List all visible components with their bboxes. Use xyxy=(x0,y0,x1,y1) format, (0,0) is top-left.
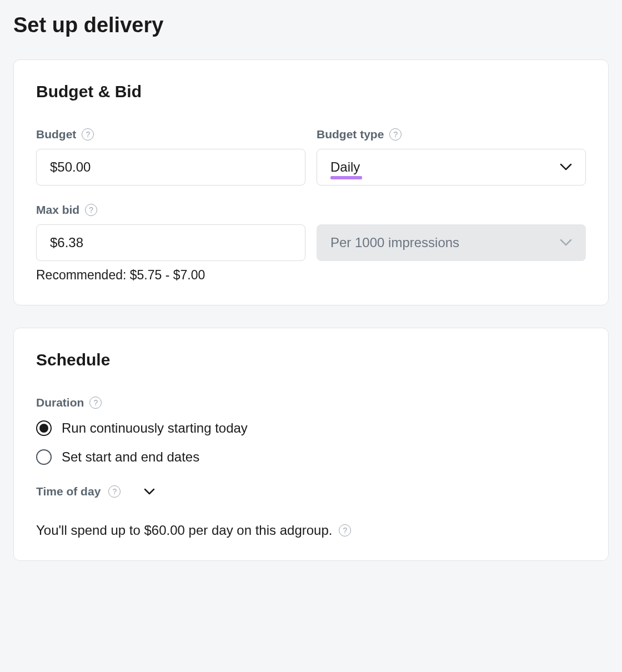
help-icon[interactable]: ? xyxy=(389,128,402,141)
max-bid-label-row: Max bid ? xyxy=(36,203,305,217)
radio-selected-icon xyxy=(36,420,52,436)
budget-type-selected: Daily xyxy=(330,159,360,175)
spend-summary-row: You'll spend up to $60.00 per day on thi… xyxy=(36,523,586,538)
budget-label: Budget xyxy=(36,128,76,141)
max-bid-label: Max bid xyxy=(36,203,79,217)
max-bid-row: Max bid ? Recommended: $5.75 - $7.00 Per… xyxy=(36,203,586,283)
time-of-day-label: Time of day xyxy=(36,485,101,498)
budget-input[interactable] xyxy=(36,149,305,185)
help-icon[interactable]: ? xyxy=(89,397,102,409)
budget-type-label-row: Budget type ? xyxy=(317,128,586,141)
budget-label-row: Budget ? xyxy=(36,128,305,141)
duration-option-continuous-label: Run continuously starting today xyxy=(62,420,248,436)
max-bid-recommended: Recommended: $5.75 - $7.00 xyxy=(36,268,305,283)
help-icon[interactable]: ? xyxy=(85,204,97,216)
bid-unit-field: Per 1000 impressions xyxy=(317,203,586,283)
chevron-down-icon xyxy=(144,488,155,495)
bid-unit-selected: Per 1000 impressions xyxy=(330,235,459,250)
spend-summary: You'll spend up to $60.00 per day on thi… xyxy=(36,523,332,538)
duration-option-set-dates[interactable]: Set start and end dates xyxy=(36,449,586,465)
budget-type-field: Budget type ? Daily xyxy=(317,128,586,185)
page-title: Set up delivery xyxy=(13,13,609,37)
budget-bid-card: Budget & Bid Budget ? Budget type ? Dail… xyxy=(13,59,609,305)
budget-bid-title: Budget & Bid xyxy=(36,82,586,101)
schedule-title: Schedule xyxy=(36,350,586,369)
schedule-card: Schedule Duration ? Run continuously sta… xyxy=(13,328,609,561)
chevron-down-icon xyxy=(560,163,572,171)
help-icon[interactable]: ? xyxy=(108,485,121,498)
help-icon[interactable]: ? xyxy=(82,128,94,141)
max-bid-field: Max bid ? Recommended: $5.75 - $7.00 xyxy=(36,203,305,283)
budget-type-select[interactable]: Daily xyxy=(317,149,586,185)
radio-unselected-icon xyxy=(36,449,52,465)
chevron-down-icon xyxy=(560,239,572,247)
duration-label-row: Duration ? xyxy=(36,396,586,409)
time-of-day-toggle[interactable]: Time of day ? xyxy=(36,485,586,498)
budget-type-label: Budget type xyxy=(317,128,384,141)
duration-label: Duration xyxy=(36,396,84,409)
budget-row: Budget ? Budget type ? Daily xyxy=(36,128,586,185)
help-icon[interactable]: ? xyxy=(339,524,351,536)
bid-unit-select: Per 1000 impressions xyxy=(317,224,586,261)
duration-radio-group: Run continuously starting today Set star… xyxy=(36,420,586,465)
duration-option-continuous[interactable]: Run continuously starting today xyxy=(36,420,586,436)
max-bid-input[interactable] xyxy=(36,224,305,261)
duration-option-set-dates-label: Set start and end dates xyxy=(62,449,199,465)
budget-field: Budget ? xyxy=(36,128,305,185)
